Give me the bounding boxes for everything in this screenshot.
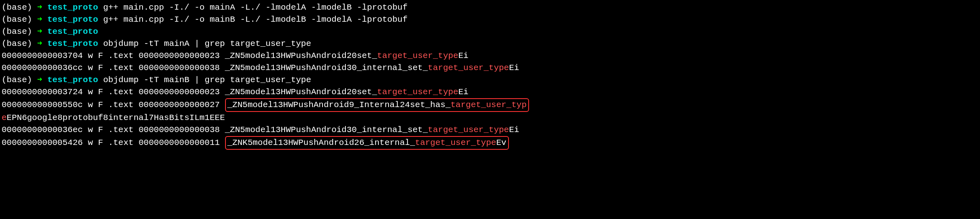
symbol-suffix: EPN6google8protobuf8internal7HasBitsILm1… [7,113,225,122]
symbol-prefix: 00000000000036ec w F .text 0000000000000… [2,125,428,134]
output-line-9: 00000000000036ec w F .text 0000000000000… [2,124,978,136]
symbol-prefix: 0000000000003704 w F .text 0000000000000… [2,51,377,60]
prompt-env: (base) [2,39,32,48]
output-line-5: 00000000000036cc w F .text 0000000000000… [2,62,978,74]
symbol-prefix: 0000000000005426 w F .text 0000000000000… [2,138,225,147]
command-text: objdump -tT mainA | grep target_user_typ… [103,39,311,48]
prompt-dir: test_proto [48,39,98,48]
grep-match: e [2,113,7,122]
symbol-prefix: 000000000000550c w F .text 0000000000000… [2,100,225,110]
highlighted-symbol-box: _ZN5model13HWPushAndroid9_Internal24set_… [225,98,529,112]
prompt-arrow: ➜ [37,75,42,85]
grep-match: target_user_typ [451,100,527,110]
symbol-prefix: 00000000000036cc w F .text 0000000000000… [2,63,428,72]
grep-match: target_user_type [415,138,496,147]
terminal-output: (base) ➜ test_proto g++ main.cpp -I./ -o… [2,2,978,150]
prompt-arrow: ➜ [37,27,42,36]
grep-match: target_user_type [428,63,509,72]
prompt-dir: test_proto [48,27,98,36]
symbol-prefix: 0000000000003724 w F .text 0000000000000… [2,87,377,97]
prompt-arrow: ➜ [37,39,42,48]
highlighted-symbol-box: _ZNK5model13HWPushAndroid26_internal_tar… [225,136,509,150]
prompt-arrow: ➜ [37,15,42,24]
prompt-line-6: (base) ➜ test_proto objdump -tT mainB | … [2,74,978,86]
prompt-env: (base) [2,3,32,12]
prompt-dir: test_proto [48,15,98,24]
prompt-dir: test_proto [48,75,98,85]
output-line-4: 0000000000003704 w F .text 0000000000000… [2,50,978,62]
prompt-dir: test_proto [48,3,98,12]
prompt-line-3: (base) ➜ test_proto objdump -tT mainA | … [2,38,978,50]
symbol-suffix: Ei [509,125,519,134]
grep-match: target_user_type [377,87,459,97]
symbol-suffix: Ei [509,63,519,72]
symbol-suffix: Ei [458,87,468,97]
prompt-line-1: (base) ➜ test_proto g++ main.cpp -I./ -o… [2,14,978,26]
command-text: objdump -tT mainB | grep target_user_typ… [103,75,311,85]
prompt-env: (base) [2,27,32,36]
grep-match: target_user_type [428,125,509,134]
output-line-7: 0000000000003724 w F .text 0000000000000… [2,86,978,98]
prompt-env: (base) [2,75,32,85]
output-line-continuation-8: eEPN6google8protobuf8internal7HasBitsILm… [2,112,978,124]
prompt-line-2: (base) ➜ test_proto [2,26,978,38]
grep-match: target_user_type [377,51,459,60]
symbol-suffix: Ei [458,51,468,60]
prompt-line-0: (base) ➜ test_proto g++ main.cpp -I./ -o… [2,2,978,14]
output-line-boxed-8: 000000000000550c w F .text 0000000000000… [2,98,978,112]
command-text: g++ main.cpp -I./ -o mainB -L./ -lmodelB… [103,15,407,24]
prompt-env: (base) [2,15,32,24]
command-text: g++ main.cpp -I./ -o mainA -L./ -lmodelA… [103,3,407,12]
prompt-arrow: ➜ [37,3,42,12]
output-line-boxed-10: 0000000000005426 w F .text 0000000000000… [2,136,978,150]
